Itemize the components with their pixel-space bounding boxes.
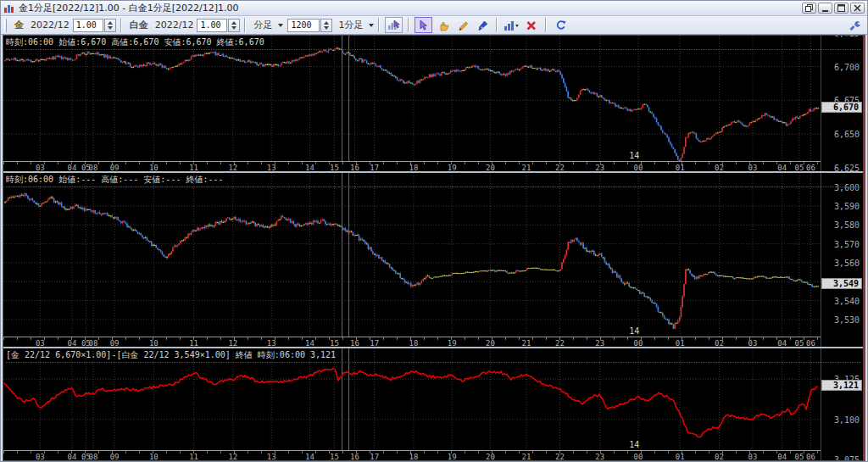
gold-price-axis: 6,7256,7006,6756,6506,6256,670 bbox=[821, 36, 863, 171]
time-tick-label: 18 bbox=[409, 164, 419, 172]
platinum-multiplier-stepper[interactable] bbox=[228, 19, 240, 32]
time-tick-label: 19 bbox=[448, 339, 457, 348]
price-axis-label: 3,540 bbox=[834, 297, 860, 306]
time-tick-label: 17 bbox=[370, 164, 379, 172]
pencil-tool[interactable] bbox=[453, 17, 471, 33]
platinum-chart-panel: 14 時刻:06:00 始値:--- 高値:--- 安値:--- 終値:--- … bbox=[3, 173, 863, 348]
time-tick-label: 11 bbox=[189, 453, 198, 460]
time-tick-label: 13 bbox=[267, 453, 276, 460]
time-tick-label: 00 bbox=[634, 339, 643, 348]
time-tick-label: 06 bbox=[806, 339, 815, 348]
time-tick-label: 04 bbox=[68, 164, 77, 172]
hand-icon bbox=[437, 19, 449, 31]
delete-tool[interactable] bbox=[522, 17, 540, 33]
time-tick-label: 11 bbox=[189, 339, 198, 348]
day-change-marker: 14 bbox=[629, 440, 639, 449]
timeframe-dropdown[interactable]: 1分足 bbox=[338, 19, 363, 31]
time-tick-label: 00 bbox=[634, 164, 643, 172]
period-type-dropdown[interactable]: 分足 bbox=[253, 19, 272, 31]
time-tick-label: 03 bbox=[748, 453, 758, 460]
time-tick-label: 02 bbox=[715, 453, 724, 460]
time-tick-label: 14 bbox=[305, 339, 314, 348]
current-price-box: 6,670 bbox=[821, 102, 862, 113]
platinum-price-axis: 3,6003,5903,5803,5703,5603,5503,5403,530… bbox=[821, 173, 863, 347]
platinum-info-line: 時刻:06:00 始値:--- 高値:--- 安値:--- 終値:--- bbox=[6, 174, 861, 187]
time-tick-label: 08 bbox=[89, 339, 98, 348]
time-tick-label: 00 bbox=[634, 453, 643, 460]
price-axis-label: 3,560 bbox=[834, 259, 860, 268]
time-tick-label: 06 bbox=[806, 453, 815, 460]
refresh-button[interactable] bbox=[552, 17, 570, 33]
platinum-1min-canvas bbox=[3, 173, 821, 337]
time-tick-label: 02 bbox=[715, 339, 724, 348]
time-tick-label: 08 bbox=[89, 453, 98, 460]
window-title: 金1分足[2022/12]1.00 - 白金1分足[2022/12]1.00 bbox=[15, 2, 800, 14]
close-button[interactable] bbox=[850, 3, 865, 14]
platinum-plot-area[interactable]: 14 bbox=[3, 173, 821, 337]
time-tick-label: 12 bbox=[228, 164, 237, 172]
time-tick-label: 03 bbox=[36, 453, 45, 460]
toolbar-separator bbox=[120, 18, 122, 32]
price-axis-label: 3,100 bbox=[834, 415, 860, 425]
indicator-menu[interactable] bbox=[503, 17, 520, 33]
time-tick-label: 23 bbox=[595, 339, 604, 348]
settings-wrench[interactable] bbox=[845, 17, 863, 33]
time-tick-label: 22 bbox=[555, 453, 565, 460]
time-tick-label: 09 bbox=[110, 164, 120, 172]
gold-month-label: 2022/12 bbox=[31, 19, 70, 31]
bar-chart-icon bbox=[504, 19, 520, 31]
minimize-button[interactable] bbox=[818, 3, 832, 14]
time-tick-label: 14 bbox=[305, 164, 314, 172]
pan-tool[interactable] bbox=[434, 17, 452, 33]
toolbar-separator bbox=[244, 18, 246, 32]
time-tick-label: 20 bbox=[486, 339, 495, 348]
platinum-symbol-label: 白金 bbox=[130, 19, 148, 31]
time-tick-label: 10 bbox=[149, 339, 159, 348]
title-bar[interactable]: 金1分足[2022/12]1.00 - 白金1分足[2022/12]1.00 bbox=[1, 1, 867, 16]
time-tick-label: 01 bbox=[676, 453, 685, 460]
toolbar-separator bbox=[545, 18, 547, 32]
gold-multiplier-stepper[interactable] bbox=[104, 19, 116, 32]
pen-tool[interactable] bbox=[473, 17, 491, 33]
time-tick-label: 22 bbox=[555, 164, 565, 172]
time-tick-label: 03 bbox=[36, 339, 45, 348]
toolbar: 金 2022/12 1.00 白金 2022/12 1.00 分足 1200 1… bbox=[1, 16, 867, 35]
gold-plot-area[interactable]: 14 bbox=[3, 36, 821, 161]
time-tick-label: 04 bbox=[68, 453, 77, 460]
spread-plot-area[interactable]: 14 bbox=[3, 348, 821, 450]
day-change-marker: 14 bbox=[629, 326, 639, 336]
time-tick-label: 13 bbox=[267, 339, 276, 348]
maximize-button[interactable] bbox=[834, 3, 849, 14]
platinum-month-label: 2022/12 bbox=[155, 19, 194, 31]
spread-time-axis: 0304050809101112131415161718192021222300… bbox=[3, 450, 821, 460]
time-tick-label: 03 bbox=[748, 164, 758, 172]
gold-multiplier-input[interactable]: 1.00 bbox=[73, 19, 103, 32]
time-tick-label: 19 bbox=[448, 453, 457, 460]
spread-chart-panel: 14 [金 22/12 6,670×1.00]-[白金 22/12 3,549×… bbox=[3, 348, 863, 460]
time-tick-label: 16 bbox=[350, 339, 359, 348]
platinum-multiplier-input[interactable]: 1.00 bbox=[197, 19, 227, 32]
spread-price-axis: 3,1253,1003,0753,121 bbox=[821, 348, 863, 460]
time-tick-label: 08 bbox=[89, 164, 98, 172]
chevron-down-icon bbox=[278, 24, 283, 27]
select-tool[interactable] bbox=[415, 17, 432, 33]
bar-count-stepper[interactable] bbox=[320, 19, 332, 32]
fountain-pen-icon bbox=[476, 19, 488, 31]
time-tick-label: 15 bbox=[330, 453, 339, 460]
time-tick-label: 16 bbox=[350, 453, 359, 460]
time-tick-label: 21 bbox=[522, 339, 531, 348]
platinum-time-axis: 0304050809101112131415161718192021222300… bbox=[3, 337, 821, 348]
float-window-button[interactable] bbox=[802, 3, 816, 14]
time-tick-label: 04 bbox=[68, 339, 77, 348]
bar-count-input[interactable]: 1200 bbox=[287, 19, 320, 32]
time-tick-label: 10 bbox=[149, 453, 159, 460]
time-tick-label: 12 bbox=[228, 453, 237, 460]
time-tick-label: 23 bbox=[595, 164, 604, 172]
time-tick-label: 04 bbox=[777, 164, 787, 172]
toolbar-grip[interactable] bbox=[4, 19, 7, 32]
pencil-icon bbox=[457, 19, 469, 31]
gold-time-axis: 0304050809101112131415161718192021222300… bbox=[3, 161, 821, 172]
chart-pointer-tool[interactable] bbox=[385, 17, 403, 33]
current-price-box: 3,549 bbox=[821, 278, 862, 289]
time-tick-label: 04 bbox=[777, 339, 787, 348]
